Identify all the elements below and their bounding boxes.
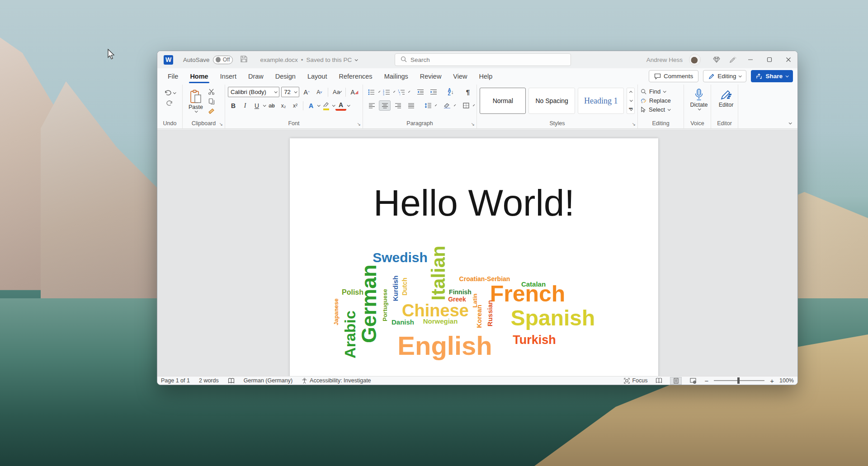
document-heading[interactable]: Hello World!	[290, 182, 658, 224]
underline-button[interactable]: U	[251, 100, 262, 111]
align-center-button[interactable]	[379, 100, 391, 111]
tab-review[interactable]: Review	[414, 69, 448, 84]
replace-button[interactable]: bc Replace	[641, 97, 681, 104]
styles-gallery-scroll[interactable]: ▬	[627, 88, 635, 114]
bullets-button[interactable]	[366, 87, 377, 97]
italic-button[interactable]: I	[240, 100, 250, 111]
focus-mode-button[interactable]: Focus	[624, 377, 647, 384]
superscript-button[interactable]: x²	[290, 100, 301, 111]
font-name-combobox[interactable]: Calibri (Body)	[228, 87, 279, 97]
copy-button[interactable]	[208, 98, 215, 105]
align-left-button[interactable]	[366, 100, 377, 111]
close-button[interactable]	[779, 51, 797, 68]
select-button[interactable]: Select	[641, 106, 681, 113]
page-indicator[interactable]: Page 1 of 1	[161, 377, 190, 384]
search-box[interactable]	[395, 53, 571, 66]
line-spacing-button[interactable]	[422, 100, 434, 111]
zoom-slider[interactable]	[714, 380, 764, 381]
tab-layout[interactable]: Layout	[302, 69, 333, 84]
show-formatting-marks-button[interactable]: ¶	[462, 87, 474, 97]
minimize-button[interactable]	[741, 51, 760, 68]
word-app-icon[interactable]: W	[164, 55, 173, 65]
autosave-state: Off	[223, 56, 230, 63]
style-no-spacing[interactable]: No Spacing	[528, 88, 575, 114]
tab-references[interactable]: References	[333, 69, 378, 84]
tab-file[interactable]: File	[162, 69, 184, 84]
align-right-button[interactable]	[392, 100, 404, 111]
document-canvas[interactable]: Hello World! SwedishItalianGermanPolishJ…	[157, 129, 797, 377]
tab-draw[interactable]: Draw	[242, 69, 269, 84]
share-button[interactable]: Share	[751, 70, 793, 82]
strikethrough-button[interactable]: ab	[266, 100, 277, 111]
editing-mode-button[interactable]: Editing	[703, 70, 746, 82]
language-indicator[interactable]: German (Germany)	[244, 377, 292, 384]
search-input[interactable]	[410, 56, 555, 63]
numbering-button[interactable]: 123	[381, 87, 392, 97]
font-dialog-launcher[interactable]: ↘	[357, 122, 361, 127]
style-heading1[interactable]: Heading 1	[578, 88, 624, 114]
justify-button[interactable]	[405, 100, 417, 111]
cloud-word: Korean	[476, 305, 482, 328]
decrease-indent-button[interactable]	[415, 87, 426, 97]
web-layout-button[interactable]	[687, 377, 699, 385]
paste-button[interactable]: Paste	[185, 89, 206, 113]
tab-design[interactable]: Design	[269, 69, 302, 84]
style-normal[interactable]: Normal	[480, 88, 526, 114]
read-mode-button[interactable]	[653, 377, 665, 385]
shrink-font-button[interactable]: Av	[314, 87, 325, 97]
highlight-color-button[interactable]	[321, 100, 331, 111]
comments-button[interactable]: Comments	[649, 70, 698, 82]
bold-button[interactable]: B	[228, 100, 239, 111]
tab-help[interactable]: Help	[473, 69, 499, 84]
user-avatar[interactable]	[689, 54, 701, 66]
save-icon[interactable]	[240, 55, 248, 64]
proofing-icon[interactable]	[228, 378, 235, 384]
font-size-combobox[interactable]: 72	[281, 87, 299, 97]
document-page[interactable]: Hello World! SwedishItalianGermanPolishJ…	[290, 138, 658, 377]
gallery-expand-icon[interactable]: ▬	[629, 108, 632, 111]
font-color-button[interactable]: A	[335, 100, 346, 111]
borders-button[interactable]	[460, 100, 472, 111]
paragraph-dialog-launcher[interactable]: ↘	[471, 122, 475, 127]
autosave-control[interactable]: AutoSave Off	[183, 56, 233, 64]
collapse-ribbon-button[interactable]	[789, 118, 791, 126]
print-layout-button[interactable]	[670, 377, 682, 385]
zoom-slider-thumb[interactable]	[737, 377, 740, 384]
cut-button[interactable]	[208, 89, 215, 95]
clipboard-dialog-launcher[interactable]: ↘	[219, 122, 223, 127]
maximize-button[interactable]	[760, 51, 778, 68]
shading-button[interactable]	[441, 100, 453, 111]
tab-insert[interactable]: Insert	[214, 69, 242, 84]
zoom-out-button[interactable]: −	[704, 377, 708, 385]
tab-mailings[interactable]: Mailings	[378, 69, 414, 84]
title-bar: W AutoSave Off example.docx • Saved to t…	[157, 51, 797, 68]
multilevel-list-button[interactable]: 1ai	[396, 87, 407, 97]
autosave-toggle[interactable]: Off	[213, 56, 233, 64]
clear-formatting-button[interactable]: A◢	[349, 87, 360, 97]
ribbon-tabs: FileHomeInsertDrawDesignLayoutReferences…	[162, 69, 498, 84]
text-effects-button[interactable]: A	[306, 100, 316, 111]
tab-view[interactable]: View	[447, 69, 473, 84]
sort-button[interactable]: AZ↓	[445, 87, 457, 97]
dictate-button[interactable]: Dictate	[687, 87, 711, 110]
find-button[interactable]: Find	[641, 88, 681, 95]
styles-dialog-launcher[interactable]: ↘	[632, 122, 636, 127]
chevron-down-icon[interactable]	[629, 99, 632, 102]
chevron-up-icon[interactable]	[629, 90, 632, 94]
accessibility-status[interactable]: Accessibility: Investigate	[302, 377, 371, 384]
subscript-button[interactable]: x₂	[278, 100, 289, 111]
document-title-group[interactable]: example.docx • Saved to this PC	[260, 56, 358, 63]
word-count[interactable]: 2 words	[199, 377, 219, 384]
redo-button[interactable]	[164, 100, 176, 106]
change-case-button[interactable]: Aa	[331, 87, 342, 97]
tab-home[interactable]: Home	[184, 69, 214, 84]
grow-font-button[interactable]: A^	[301, 87, 312, 97]
increase-indent-button[interactable]	[428, 87, 439, 97]
zoom-in-button[interactable]: +	[770, 377, 774, 385]
undo-button[interactable]	[164, 89, 176, 96]
zoom-percentage[interactable]: 100%	[779, 377, 794, 384]
premium-diamond-icon[interactable]	[709, 53, 724, 66]
editor-button[interactable]: Editor	[714, 87, 738, 108]
format-painter-button[interactable]	[208, 108, 215, 114]
pen-sparkle-icon[interactable]	[725, 53, 741, 66]
